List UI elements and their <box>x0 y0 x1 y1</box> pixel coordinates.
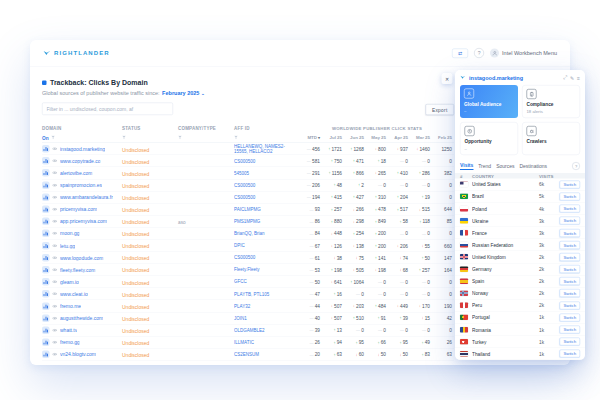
aff-id-link[interactable]: PAICLMPMG <box>234 207 300 212</box>
preview-eye-icon[interactable] <box>52 268 58 272</box>
preview-eye-icon[interactable] <box>52 195 58 199</box>
tab-trend[interactable]: Trend <box>478 163 491 170</box>
aff-id-link[interactable]: JOIN1 <box>234 316 300 321</box>
domain-insights-icon[interactable] <box>42 351 50 359</box>
domain-link[interactable]: www.cleat.io <box>60 291 88 297</box>
domain-link[interactable]: app.pricemyvisa.com <box>60 219 107 225</box>
domain-insights-icon[interactable] <box>42 242 50 250</box>
preview-eye-icon[interactable] <box>52 280 58 284</box>
switch-button[interactable]: Switch <box>559 253 580 261</box>
domain-insights-icon[interactable] <box>42 302 50 310</box>
domain-insights-icon[interactable] <box>42 169 50 177</box>
card-compliance[interactable]: Compliance 18 alerts <box>522 85 580 118</box>
panel-domain-link[interactable]: instagood.marketing <box>469 75 523 81</box>
domain-link[interactable]: alertovibe.com <box>60 170 93 176</box>
domain-link[interactable]: www.logodude.com <box>60 255 103 261</box>
domain-link[interactable]: moon.gg <box>60 231 79 237</box>
preview-eye-icon[interactable] <box>52 159 58 163</box>
domain-insights-icon[interactable] <box>42 326 50 334</box>
domain-insights-icon[interactable] <box>42 157 50 165</box>
domain-link[interactable]: augustthewide.com <box>60 315 103 321</box>
preview-eye-icon[interactable] <box>52 353 58 357</box>
stat-col-header[interactable]: MTD▾ <box>300 135 322 140</box>
domain-link[interactable]: whatt.tv <box>60 327 77 333</box>
filter-funnel-icon[interactable] <box>122 136 126 140</box>
domain-insights-icon[interactable] <box>42 314 50 322</box>
domain-link[interactable]: fremo.gg <box>60 340 80 346</box>
domain-insights-icon[interactable] <box>42 266 50 274</box>
switch-button[interactable]: Switch <box>559 180 580 188</box>
preview-eye-icon[interactable] <box>52 256 58 260</box>
aff-id-link[interactable]: HELLANEWQ, NAMES2-15565, HELLACO2 <box>234 144 300 154</box>
tab-destinations[interactable]: Destinations <box>519 163 547 170</box>
switch-button[interactable]: Switch <box>559 205 580 213</box>
filter-funnel-icon[interactable] <box>51 136 55 140</box>
preview-eye-icon[interactable] <box>52 208 58 212</box>
domain-link[interactable]: vn24.blogtv.com <box>60 352 96 358</box>
switch-button[interactable]: Switch <box>559 289 580 297</box>
date-filter-dropdown[interactable]: February 2025 ⌄ <box>162 90 205 96</box>
switch-button[interactable]: Switch <box>559 338 580 346</box>
filter-input[interactable] <box>42 103 173 116</box>
domain-link[interactable]: gleam.io <box>60 279 79 285</box>
panel-help-button[interactable]: ? <box>572 162 580 170</box>
switch-button[interactable]: Switch <box>559 301 580 309</box>
tab-visits[interactable]: Visits <box>460 162 473 170</box>
preview-eye-icon[interactable] <box>52 304 58 308</box>
card-opportunity[interactable]: Opportunity – <box>460 122 518 155</box>
domain-link[interactable]: fremo.me <box>60 303 81 309</box>
aff-id-link[interactable]: CS000500 <box>234 182 300 187</box>
menu-icon[interactable]: ≡ <box>577 75 580 81</box>
filter-funnel-icon[interactable] <box>178 136 182 140</box>
aff-id-link[interactable]: Fleety.Fleety <box>234 267 300 272</box>
preview-eye-icon[interactable] <box>52 244 58 248</box>
aff-id-link[interactable]: CS000500 <box>234 255 300 260</box>
switch-button[interactable]: Switch <box>559 241 580 249</box>
domain-link[interactable]: www.ambarandelaura.fr <box>60 194 113 200</box>
export-button[interactable]: Export <box>425 104 454 115</box>
preview-eye-icon[interactable] <box>52 328 58 332</box>
preview-eye-icon[interactable] <box>52 232 58 236</box>
domain-insights-icon[interactable] <box>42 181 50 189</box>
aff-id-link[interactable]: PLAY32 <box>234 303 300 308</box>
user-menu-button[interactable]: Intel Workbench Menu <box>490 49 557 58</box>
tab-sources[interactable]: Sources <box>496 163 514 170</box>
switch-button[interactable]: Switch <box>559 313 580 321</box>
domain-link[interactable]: letu.gg <box>60 243 75 249</box>
domain-insights-icon[interactable] <box>42 218 50 226</box>
preview-eye-icon[interactable] <box>52 171 58 175</box>
preview-eye-icon[interactable] <box>52 316 58 320</box>
switch-view-button[interactable]: ⇄ <box>452 48 468 58</box>
aff-id-link[interactable]: 545005 <box>234 170 300 175</box>
switch-button[interactable]: Switch <box>559 277 580 285</box>
domain-insights-icon[interactable] <box>42 206 50 214</box>
domain-insights-icon[interactable] <box>42 193 50 201</box>
domain-insights-icon[interactable] <box>42 230 50 238</box>
aff-id-link[interactable]: DPIC <box>234 243 300 248</box>
domain-insights-icon[interactable] <box>42 290 50 298</box>
preview-eye-icon[interactable] <box>52 292 58 296</box>
domain-insights-icon[interactable] <box>42 145 50 153</box>
aff-id-link[interactable]: PLAYTB, PTL105 <box>234 291 300 296</box>
domain-link[interactable]: spainpromocion.es <box>60 182 102 188</box>
on-toggle[interactable]: On <box>42 135 49 141</box>
domain-insights-icon[interactable] <box>42 254 50 262</box>
domain-link[interactable]: fleety.fleety.com <box>60 267 95 273</box>
aff-id-link[interactable]: OLDGAMBLE2 <box>234 328 300 333</box>
preview-eye-icon[interactable] <box>52 341 58 345</box>
switch-button[interactable]: Switch <box>559 326 580 334</box>
domain-link[interactable]: www.copytrade.co <box>60 158 101 164</box>
card-global-audience[interactable]: Global Audience – <box>460 85 518 118</box>
domain-insights-icon[interactable] <box>42 339 50 347</box>
aff-id-link[interactable]: CS2ENSUM <box>234 352 300 357</box>
card-crawlers[interactable]: Crawlers <box>522 122 580 155</box>
switch-button[interactable]: Switch <box>559 229 580 237</box>
switch-button[interactable]: Switch <box>559 192 580 200</box>
preview-eye-icon[interactable] <box>52 220 58 224</box>
switch-button[interactable]: Switch <box>559 350 580 358</box>
preview-eye-icon[interactable] <box>52 147 58 151</box>
domain-link[interactable]: instagood.marketing <box>60 146 105 152</box>
aff-id-link[interactable]: GFCC <box>234 279 300 284</box>
domain-insights-icon[interactable] <box>42 278 50 286</box>
help-button[interactable]: ? <box>474 48 484 58</box>
